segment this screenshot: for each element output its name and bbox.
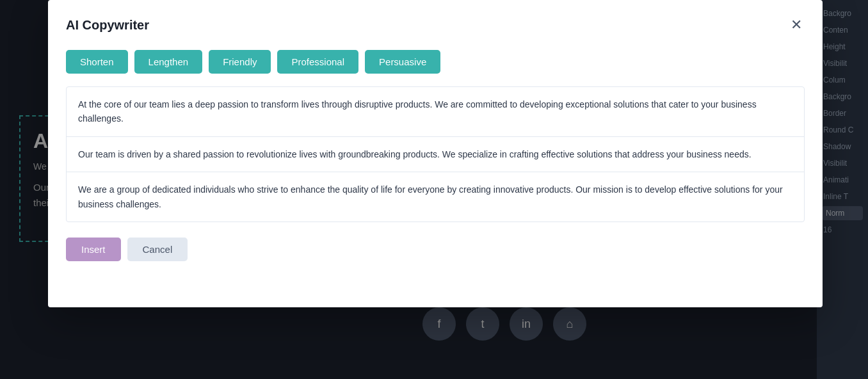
action-buttons-group: Shorten Lengthen Friendly Professional P…	[66, 50, 805, 74]
modal-title: AI Copywriter	[66, 18, 149, 33]
ai-copywriter-modal: AI Copywriter ✕ Shorten Lengthen Friendl…	[48, 0, 823, 307]
friendly-button[interactable]: Friendly	[209, 50, 271, 74]
text-option-1[interactable]: At the core of our team lies a deep pass…	[67, 87, 804, 137]
modal-close-button[interactable]: ✕	[788, 15, 805, 35]
shorten-button[interactable]: Shorten	[66, 50, 128, 74]
modal-header: AI Copywriter ✕	[66, 15, 805, 35]
text-options-list: At the core of our team lies a deep pass…	[66, 86, 805, 222]
text-option-3[interactable]: We are a group of dedicated individuals …	[67, 172, 804, 222]
cancel-button[interactable]: Cancel	[127, 238, 188, 261]
text-option-2[interactable]: Our team is driven by a shared passion t…	[67, 137, 804, 172]
lengthen-button[interactable]: Lengthen	[134, 50, 203, 74]
persuasive-button[interactable]: Persuasive	[365, 50, 440, 74]
modal-footer: Insert Cancel	[66, 238, 805, 261]
insert-button[interactable]: Insert	[66, 238, 121, 261]
modal-backdrop: AI Copywriter ✕ Shorten Lengthen Friendl…	[0, 0, 868, 379]
professional-button[interactable]: Professional	[277, 50, 358, 74]
